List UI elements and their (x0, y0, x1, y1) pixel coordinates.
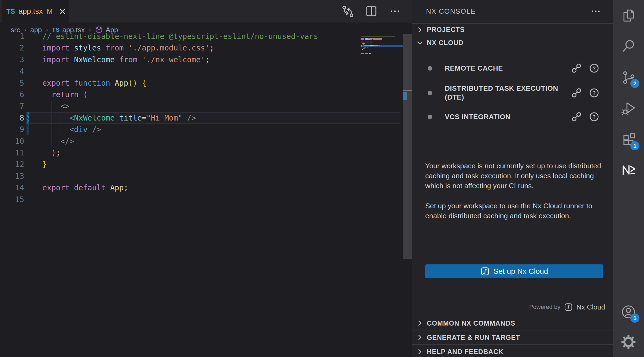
section-nx-cloud[interactable]: NX CLOUD (412, 36, 613, 50)
activity-bar: 2 1 1 (613, 0, 644, 357)
line-number: 11 (0, 147, 24, 159)
tab-title: app.tsx (18, 7, 43, 16)
feature-label: VCS INTEGRATION (445, 112, 568, 121)
connect-plug-icon[interactable] (571, 62, 582, 74)
tab-bar: TS app.tsx M (0, 0, 412, 23)
line-number: 3 (0, 54, 24, 66)
code-line[interactable]: 14export default App; (0, 182, 403, 194)
minimap-line (361, 39, 382, 40)
minimap-line (361, 47, 368, 48)
nx-cloud-feature-row: REMOTE CACHE? (412, 61, 613, 75)
code-text: return ( (42, 89, 88, 101)
chevron-down-icon (416, 39, 424, 47)
section-common-nx-commands[interactable]: COMMON NX COMMANDS (412, 316, 613, 330)
section-projects[interactable]: PROJECTS (412, 23, 613, 36)
line-number: 1 (0, 31, 24, 42)
settings-gear-icon[interactable] (613, 329, 644, 355)
typescript-file-icon: TS (6, 8, 15, 15)
chevron-right-icon (416, 334, 424, 341)
description-paragraph: Set up your workspace to use the Nx Clou… (425, 201, 610, 221)
more-actions-icon[interactable] (388, 4, 402, 19)
code-line[interactable]: 10 </> (0, 136, 403, 147)
extensions-icon[interactable]: 1 (613, 126, 644, 153)
code-line[interactable]: 13 (0, 170, 403, 182)
tab-app-tsx[interactable]: TS app.tsx M (2, 0, 69, 23)
code-line[interactable]: 15 (0, 194, 403, 206)
nx-cloud-description: Your workspace is not currently set up t… (425, 161, 610, 231)
connect-plug-icon[interactable] (571, 111, 582, 123)
code-line[interactable]: 2import styles from './app.module.css'; (0, 42, 403, 54)
chevron-right-icon (416, 26, 424, 34)
nx-cloud-logo-icon (564, 303, 573, 311)
line-number: 5 (0, 77, 24, 89)
line-number: 7 (0, 100, 24, 112)
powered-by-nx-cloud: Powered by Nx Cloud (529, 301, 605, 313)
editor-scrollbar[interactable] (403, 34, 412, 259)
source-control-icon[interactable]: 2 (613, 64, 644, 91)
code-text: // eslint-disable-next-line @typescript-… (42, 31, 318, 42)
git-modified-badge: M (47, 7, 53, 16)
feature-label: DISTRIBUTED TASK EXECUTION (DTE) (445, 84, 568, 102)
code-line[interactable]: 6 return ( (0, 89, 403, 101)
code-text: export default App; (42, 182, 128, 194)
line-number: 15 (0, 194, 24, 206)
run-and-debug-icon[interactable] (613, 94, 644, 121)
overview-ruler-cursor-marker (403, 90, 412, 91)
line-number: 14 (0, 182, 24, 194)
minimap-line (361, 49, 363, 50)
code-line[interactable]: 4 (0, 65, 403, 77)
line-number: 2 (0, 42, 24, 54)
close-tab-icon[interactable] (59, 8, 66, 15)
description-paragraph: Your workspace is not currently set up t… (425, 161, 610, 191)
search-icon[interactable] (613, 32, 644, 59)
code-text: </> (42, 136, 74, 147)
line-number: 13 (0, 170, 24, 182)
extensions-badge: 1 (630, 141, 639, 150)
chevron-right-icon (416, 319, 424, 327)
code-line[interactable]: 7 <> (0, 100, 403, 112)
help-question-icon[interactable]: ? (588, 87, 600, 99)
minimap-line (361, 53, 371, 54)
explorer-icon[interactable] (613, 2, 644, 29)
minimap-line (361, 50, 361, 51)
minimap-line (361, 45, 380, 46)
nx-console-icon[interactable] (613, 156, 644, 183)
svg-text:?: ? (593, 65, 595, 71)
code-line[interactable]: 9 <div /> (0, 124, 403, 136)
code-editor[interactable]: 1// eslint-disable-next-line @typescript… (0, 31, 403, 218)
panel-title: NX CONSOLE (426, 7, 476, 16)
code-line[interactable]: 8 <NxWelcome title="Hi Mom" /> (0, 112, 403, 124)
status-bullet-icon (428, 66, 432, 71)
accounts-icon[interactable]: 1 (613, 298, 644, 325)
chevron-right-icon (416, 348, 424, 355)
overview-ruler-modified-marker (403, 92, 407, 100)
setup-nx-cloud-button[interactable]: Set up Nx Cloud (425, 264, 603, 278)
section-generate-run-target[interactable]: GENERATE & RUN TARGET (412, 330, 613, 344)
line-number: 6 (0, 89, 24, 101)
code-text: <div /> (42, 124, 101, 136)
accounts-badge: 1 (630, 314, 639, 323)
code-text: <NxWelcome title="Hi Mom" /> (42, 112, 196, 124)
split-editor-icon[interactable] (364, 4, 379, 19)
compare-changes-icon[interactable] (340, 4, 355, 19)
feature-label: REMOTE CACHE (445, 64, 568, 73)
help-question-icon[interactable]: ? (588, 62, 600, 74)
code-line[interactable]: 11 ); (0, 147, 403, 159)
divider (425, 144, 603, 144)
minimap-line (361, 38, 382, 39)
status-bullet-icon (428, 91, 432, 95)
code-line[interactable]: 12} (0, 159, 403, 170)
help-question-icon[interactable]: ? (588, 111, 600, 123)
code-line[interactable]: 5export function App() { (0, 77, 403, 89)
section-help-and-feedback[interactable]: HELP AND FEEDBACK (412, 344, 613, 357)
source-control-badge: 2 (630, 79, 639, 88)
panel-more-actions-icon[interactable] (590, 6, 602, 16)
connect-plug-icon[interactable] (571, 87, 582, 99)
code-line[interactable]: 1// eslint-disable-next-line @typescript… (0, 31, 403, 42)
line-number: 4 (0, 65, 24, 77)
code-text: import styles from './app.module.css'; (42, 42, 214, 54)
minimap[interactable] (361, 37, 403, 82)
minimap-line (361, 43, 366, 44)
code-text: export function App() { (42, 77, 146, 89)
code-line[interactable]: 3import NxWelcome from './nx-welcome'; (0, 54, 403, 66)
